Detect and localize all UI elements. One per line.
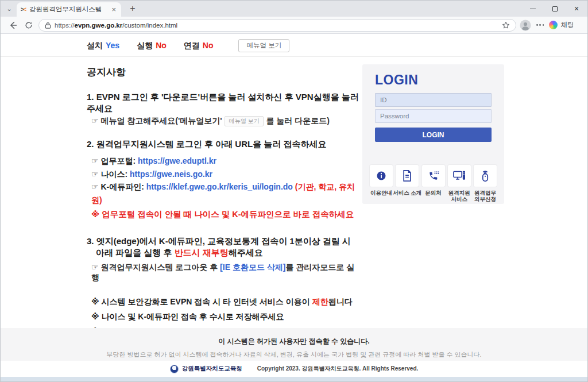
bookmark-star-icon[interactable] [502, 21, 510, 29]
url-text: https://evpn.gwe.go.kr/custom/index.html [55, 22, 498, 29]
divider [1, 56, 587, 57]
portal-link[interactable]: https://gwe.eduptl.kr [138, 156, 216, 165]
password-field[interactable] [375, 109, 492, 123]
lock-icon [45, 22, 51, 29]
kedufine-link[interactable]: https://klef.gwe.go.kr/keris_ui/login.do [146, 182, 293, 191]
browser-menu-button[interactable] [536, 24, 544, 26]
browser-titlebar: ⌄ >< 강원원격업무지원시스템 × + × [1, 1, 587, 17]
gangwon-edu-logo-icon [170, 365, 179, 373]
vpn-status-bar: 설치Yes 실행No 연결No 메뉴얼 보기 [87, 39, 289, 52]
link-row-portal: ☞ 업무포털: https://gwe.eduptl.kr [91, 155, 359, 168]
note-save-often: ※ 나이스 및 K-에듀파인 접속 후 수시로 저장해주세요 [91, 312, 359, 322]
site-favicon-icon: >< [21, 6, 26, 13]
page-content: 설치Yes 실행No 연결No 메뉴얼 보기 공지사항 1. EVPN 로그인 … [1, 34, 587, 377]
note-restriction: ※ 시스템 보안강화로 EVPN 접속 시 타 인터넷 서비스 이용이 제한됩니… [91, 297, 359, 307]
quicklink-remote-work-apply[interactable]: 원격업무외부신청 [474, 165, 497, 202]
minimize-button[interactable] [522, 1, 544, 17]
quicklink-remote-support[interactable]: 원격지원서비스 [448, 165, 471, 202]
quicklink-usage-guide[interactable]: 이용안내 [370, 165, 393, 202]
browser-toolbar: https://evpn.gwe.go.kr/custom/index.html… [1, 17, 587, 34]
minimize-icon [530, 9, 536, 9]
close-icon: × [574, 5, 579, 13]
org-name: 강원특별자치도교육청 [182, 365, 242, 373]
maximize-button[interactable] [544, 1, 566, 17]
copyright-bar: 강원특별자치도교육청 Copyright 2023. 강원특별자치도교육청. A… [1, 361, 587, 377]
notice-item-2-title: 2. 원격업무지원시스템 로그인 후 아래 URL을 눌러 접속하세요 [87, 138, 359, 150]
login-panel: LOGIN LOGIN 이용안내 서비스 소개 문의처 [362, 64, 504, 204]
tab-title: 강원원격업무지원시스템 [29, 5, 107, 14]
neis-link[interactable]: https://gwe.neis.go.kr [130, 169, 212, 179]
notice-section: 공지사항 1. EVPN 로그인 후 '다운로드'버튼을 눌러 설치하신 후 V… [87, 65, 359, 337]
address-bar[interactable]: https://evpn.gwe.go.kr/custom/index.html [38, 19, 516, 32]
id-field[interactable] [375, 93, 492, 107]
notice-item-1-sub: ☞ 메뉴얼 참고해주세요('메뉴얼보기'메뉴얼 보기를 눌러 다운로드) [91, 116, 359, 126]
copyright-text: Copyright 2023. 강원특별자치도교육청. All Rights R… [257, 365, 419, 373]
notice-title: 공지사항 [87, 65, 359, 79]
notice-item-1-title: 1. EVPN 로그인 후 '다운로드'버튼을 눌러 설치하신 후 VPN실행을… [87, 91, 359, 114]
login-button[interactable]: LOGIN [375, 128, 492, 142]
quicklink-service-intro[interactable]: 서비스 소개 [396, 165, 419, 202]
tab-close-icon[interactable]: × [110, 5, 117, 14]
link-row-neis: ☞ 나이스: https://gwe.neis.go.kr [91, 168, 359, 181]
copilot-icon [549, 21, 558, 29]
remote-support-icon [453, 170, 466, 182]
login-heading: LOGIN [375, 72, 492, 88]
install-status-value: Yes [106, 41, 119, 50]
quicklink-contact[interactable]: 문의처 [422, 165, 445, 202]
connect-status-value: No [203, 41, 214, 50]
install-status: 설치Yes [87, 41, 119, 51]
document-icon [402, 170, 412, 182]
close-button[interactable]: × [566, 1, 587, 17]
new-tab-button[interactable]: + [127, 3, 138, 15]
manual-view-button[interactable]: 메뉴얼 보기 [238, 39, 289, 52]
copilot-chat-button[interactable]: 채팅 [549, 21, 574, 29]
back-arrow-icon [8, 21, 17, 30]
access-notice-footer: 이 시스템은 허가된 사용자만 접속할 수 있습니다. 부당한 방법으로 허가 … [1, 328, 587, 361]
maximize-icon [552, 6, 558, 11]
connect-status: 연결No [184, 41, 214, 51]
profile-avatar[interactable] [520, 20, 531, 31]
footer-line1: 이 시스템은 허가된 사용자만 접속할 수 있습니다. [218, 337, 369, 346]
refresh-icon [25, 21, 33, 29]
info-icon [376, 170, 387, 182]
ie-compat-delete-link[interactable]: [IE 호환모드 삭제] [220, 263, 285, 272]
browser-tab[interactable]: >< 강원원격업무지원시스템 × [17, 2, 121, 17]
run-status: 실행No [137, 41, 167, 51]
quicklinks-row: 이용안내 서비스 소개 문의처 원격지원서비스 원격업무외부신청 [370, 165, 497, 202]
back-button[interactable] [6, 19, 19, 32]
phone-icon [428, 170, 439, 182]
footer-line2: 부당한 방법으로 허가 없이 시스템에 접속하거나 자료의 삭제, 변경, 유출… [106, 350, 481, 359]
window-bottom-edge [1, 377, 587, 382]
browser-window: ⌄ >< 강원원격업무지원시스템 × + × https://evpn.gwe.… [0, 0, 588, 382]
notice-item-3-line2: 아래 파일을 실행 후 반드시 재부팅해주세요 [87, 247, 359, 258]
notice-item-3-line1: 3. 엣지(edge)에서 K-에듀파인, 교육정보통계 접속이 1분이상 걸릴… [87, 236, 359, 247]
run-status-value: No [156, 41, 167, 50]
refresh-button[interactable] [22, 19, 35, 32]
org-identity: 강원특별자치도교육청 [170, 365, 242, 373]
tab-search-button[interactable]: ⌄ [4, 5, 14, 14]
link-row-kedufine: ☞ K-에듀파인: https://klef.gwe.go.kr/keris_u… [91, 180, 359, 206]
manual-view-inline-button[interactable]: 메뉴얼 보기 [225, 116, 264, 126]
mouse-wireless-icon [480, 169, 490, 182]
notice-item-3-sub: ☞ 원격업무지원시스템 로그아웃 후 [IE 호환모드 삭제]를 관리자모드로 … [91, 263, 359, 283]
portal-warning: ※ 업무포털 접속이 안될 때 나이스 및 K-에듀파인으로 바로 접속하세요 [91, 209, 359, 220]
